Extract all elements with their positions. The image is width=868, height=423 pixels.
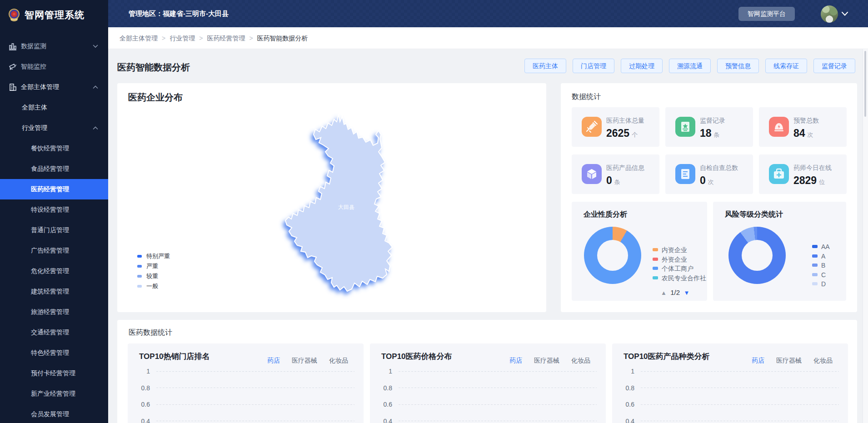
svg-text:大田县: 大田县: [338, 204, 354, 210]
